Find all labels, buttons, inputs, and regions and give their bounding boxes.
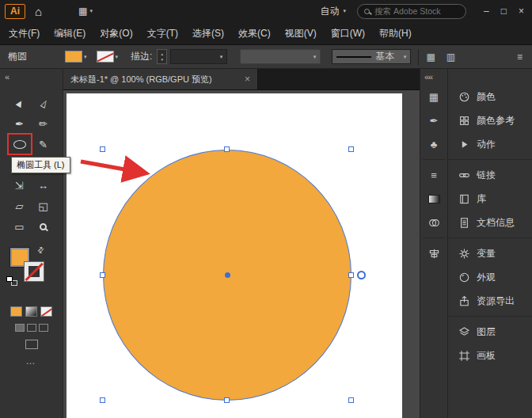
home-icon[interactable]: ⌂ [35, 5, 42, 18]
zoom-tool[interactable] [32, 216, 55, 237]
stroke-color-dropdown[interactable]: ▾ [97, 51, 119, 63]
draw-inside-button[interactable] [39, 324, 48, 332]
menu-help[interactable]: 帮助(H) [372, 27, 419, 40]
default-fill-stroke-icon[interactable] [6, 276, 17, 286]
shape-center-point [225, 272, 230, 278]
panel-item-appearance[interactable]: 外观 [448, 265, 532, 289]
scale-tool[interactable]: ⇲ [8, 175, 32, 196]
symbols-panel-icon[interactable]: ♣ [420, 132, 447, 156]
app-logo: Ai [5, 4, 25, 19]
gradient-panel-icon[interactable] [420, 187, 447, 211]
stepper-up-icon[interactable]: ▴ [162, 51, 164, 57]
artboard-tool[interactable]: ▭ [8, 216, 32, 237]
grid-options-icon[interactable]: ▦ [426, 51, 435, 63]
edit-toolbar-icon[interactable]: … [0, 355, 63, 367]
stroke-weight-stepper[interactable]: ▴ ▾ [157, 49, 167, 64]
workspace-dropdown-label: 自动 [321, 5, 340, 18]
document-tab[interactable]: 未标题-1* @ 100% (RGB/GPU 预览) × [63, 69, 258, 89]
gradient-button[interactable] [25, 306, 37, 317]
collapse-toolbar-icon[interactable]: « [5, 72, 10, 82]
panel-item-color-guide[interactable]: 颜色参考 [448, 108, 532, 132]
width-tool[interactable]: ↔ [32, 175, 55, 196]
menu-select[interactable]: 选择(S) [185, 27, 231, 40]
selection-handle-bottom-left[interactable] [100, 397, 105, 403]
fill-color-dropdown[interactable]: ▾ [65, 51, 87, 63]
stroke-style-dropdown[interactable]: 基本 ▾ [332, 49, 411, 64]
document-tab-title: 未标题-1* @ 100% (RGB/GPU 预览) [70, 74, 212, 86]
live-shape-widget[interactable] [357, 271, 366, 279]
menu-view[interactable]: 视图(V) [278, 27, 324, 40]
stock-search-box[interactable] [357, 4, 466, 19]
curvature-tool[interactable]: ✏ [32, 113, 55, 134]
document-setup-icon[interactable]: ▥ [446, 51, 455, 63]
panel-item-layers[interactable]: 图层 [448, 320, 532, 344]
canvas-pasteboard [63, 90, 420, 418]
chevron-down-icon: ▾ [404, 54, 407, 60]
swap-fill-stroke-icon[interactable]: ⇄ [35, 245, 46, 256]
panel-item-variables[interactable]: 变量 [448, 241, 532, 265]
divider [423, 159, 445, 160]
transparency-panel-icon[interactable] [420, 211, 447, 234]
color-button[interactable] [10, 306, 22, 317]
panel-item-links[interactable]: 链接 [448, 163, 532, 187]
tab-bar: 未标题-1* @ 100% (RGB/GPU 预览) × [63, 69, 420, 90]
minimize-button[interactable]: – [484, 6, 489, 17]
panel-menu-icon[interactable]: ≡ [517, 51, 522, 63]
draw-behind-button[interactable] [27, 324, 36, 332]
selection-handle-right[interactable] [348, 272, 354, 278]
menu-object[interactable]: 对象(O) [93, 27, 139, 40]
selection-handle-top-left[interactable] [100, 146, 105, 152]
direct-selection-tool[interactable]: ▻ [32, 93, 55, 113]
selection-handle-bottom[interactable] [224, 397, 230, 403]
brushes-panel-icon[interactable]: ✒ [420, 108, 447, 132]
divider [423, 238, 445, 238]
stepper-down-icon[interactable]: ▾ [162, 57, 164, 63]
stroke-weight-dropdown[interactable]: ▾ [170, 49, 227, 64]
draw-normal-button[interactable] [15, 324, 25, 332]
stroke-none-swatch[interactable] [97, 51, 114, 63]
collapse-panels-icon[interactable]: «« [424, 72, 432, 82]
selection-handle-top-right[interactable] [348, 146, 354, 152]
shape-builder-tool[interactable]: ◱ [32, 196, 55, 216]
color-mode-buttons [0, 306, 63, 317]
selection-tool[interactable]: ► [8, 93, 32, 113]
align-panel-icon[interactable] [420, 241, 447, 265]
tab-close-icon[interactable]: × [245, 74, 250, 85]
close-button[interactable]: × [519, 6, 524, 17]
workspace-dropdown[interactable]: 自动 ▾ [321, 5, 347, 18]
window-controls: – □ × [484, 6, 524, 17]
chevron-down-icon: ▾ [84, 54, 87, 60]
divider [448, 238, 532, 238]
panel-item-artboards[interactable]: 画板 [448, 344, 532, 367]
menu-effect[interactable]: 效果(C) [231, 27, 278, 40]
menu-file[interactable]: 文件(F) [2, 27, 47, 40]
stroke-panel-icon[interactable]: ≡ [420, 163, 447, 187]
panel-item-libraries[interactable]: 库 [448, 187, 532, 211]
fill-color-swatch[interactable] [65, 51, 82, 63]
selection-handle-left[interactable] [100, 272, 105, 278]
menu-window[interactable]: 窗口(W) [324, 27, 372, 40]
panel-item-asset-export[interactable]: 资源导出 [448, 289, 532, 313]
free-transform-tool[interactable]: ▱ [8, 196, 32, 216]
menu-edit[interactable]: 编辑(E) [47, 27, 93, 40]
stroke-label[interactable]: 描边: [131, 50, 152, 63]
search-input[interactable] [374, 6, 459, 16]
selection-handle-top[interactable] [224, 146, 230, 152]
swatches-panel-icon[interactable]: ▦ [420, 85, 447, 108]
stroke-style-label: 基本 [375, 50, 394, 63]
panel-item-color[interactable]: 颜色 [448, 85, 532, 108]
screen-mode-button[interactable] [25, 340, 38, 349]
menu-type[interactable]: 文字(T) [140, 27, 185, 40]
pen-tool[interactable]: ✒ [8, 113, 32, 134]
paintbrush-tool[interactable]: ✎ [32, 134, 55, 154]
tool-highlight-box [7, 133, 32, 155]
workspace-switcher[interactable]: ▦ ▾ [78, 6, 93, 17]
panel-item-actions[interactable]: 动作 [448, 132, 532, 156]
chevron-down-icon: ▾ [220, 54, 223, 60]
panel-item-document-info[interactable]: 文档信息 [448, 211, 532, 234]
selection-handle-bottom-right[interactable] [348, 397, 354, 403]
stroke-swatch-none[interactable] [25, 262, 44, 281]
maximize-button[interactable]: □ [501, 6, 507, 17]
brush-definition-dropdown[interactable]: ▾ [240, 49, 321, 64]
none-button[interactable] [40, 306, 52, 317]
